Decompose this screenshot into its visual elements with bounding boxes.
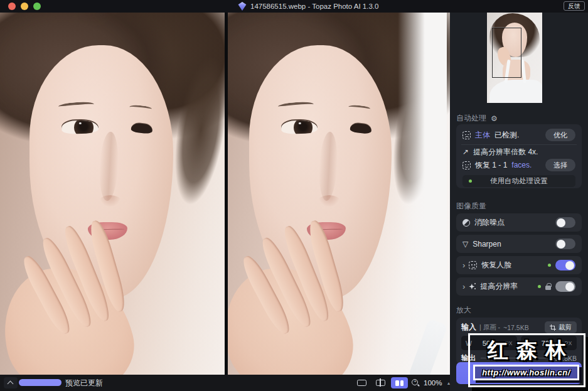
crop-button[interactable]: 裁剪 — [545, 321, 577, 333]
crop-icon — [550, 324, 555, 330]
after-photo — [228, 13, 442, 375]
face-detect-icon — [462, 161, 471, 169]
split-view-icon — [376, 380, 385, 386]
gear-icon[interactable]: ⚙ — [491, 114, 498, 123]
recover-faces-icon — [469, 261, 477, 269]
watermark-url: http://www.hoslin.cn/ — [482, 368, 570, 377]
enlarge-header: 放大 — [456, 305, 471, 316]
denoise-toggle[interactable] — [555, 217, 575, 228]
sharpen-icon: ▽ — [462, 240, 468, 248]
select-faces-button[interactable]: 选择 — [545, 159, 575, 171]
input-size: ~17.5KB — [503, 324, 529, 331]
subject-link[interactable]: 主体 — [475, 130, 490, 141]
bottom-toolbar: 预览已更新 + 100% ▲ — [0, 375, 450, 391]
zoom-level[interactable]: 100% — [424, 379, 442, 387]
feedback-button[interactable]: 反馈 — [564, 1, 585, 11]
split-view-button[interactable] — [372, 377, 389, 388]
watermark-title: 红森林 — [470, 336, 584, 365]
status-dot — [538, 285, 541, 288]
background — [398, 13, 447, 375]
before-image-panel[interactable] — [0, 13, 225, 375]
view-mode-group — [353, 377, 408, 388]
denoise-icon — [462, 219, 470, 227]
recover-faces-toggle[interactable] — [555, 260, 575, 270]
navigation-thumbnail[interactable] — [487, 13, 542, 103]
preview-viewer — [0, 13, 450, 375]
window-title: 147586515.webp - Topaz Photo AI 1.3.0 — [250, 0, 378, 13]
upscale-label: 提高分辨率 — [480, 281, 518, 292]
maximize-window-button[interactable] — [33, 3, 41, 10]
faces-count: 恢复 1 - 1 — [475, 160, 507, 171]
status-dot — [548, 264, 551, 267]
input-row: 输入 | 原画 - ~17.5KB 裁剪 — [461, 321, 577, 333]
subject-status: 已检测. — [494, 130, 519, 141]
optimize-button[interactable]: 优化 — [545, 129, 575, 141]
single-view-icon — [357, 380, 366, 386]
chevron-right-icon[interactable]: › — [462, 282, 465, 291]
sharpen-toggle[interactable] — [555, 238, 575, 249]
status-dot — [469, 179, 472, 183]
subject-detect-icon — [462, 131, 471, 139]
side-by-side-view-button[interactable] — [391, 377, 408, 388]
input-label: 输入 — [461, 322, 476, 333]
quality-header: 图像质量 — [456, 201, 486, 212]
after-image-panel[interactable] — [228, 13, 450, 375]
single-view-button[interactable] — [353, 377, 370, 388]
recover-faces-label: 恢复人脸 — [481, 260, 511, 270]
upscale-arrow-icon: ↗ — [462, 148, 469, 156]
zoom-dropdown-caret-icon[interactable]: ▲ — [446, 381, 451, 385]
input-meta: | 原画 - — [479, 323, 500, 332]
autopilot-card: 主体 已检测. 优化 ↗ 提高分辨率倍数 4x. 恢复 1 - 1 faces.… — [456, 124, 582, 188]
titlebar: 147586515.webp - Topaz Photo AI 1.3.0 反馈 — [0, 0, 588, 13]
preview-status: 预览已更新 — [65, 375, 103, 391]
watermark-frame: 红森林 http://www.hoslin.cn/ — [468, 333, 585, 387]
recover-faces-row[interactable]: › 恢复人脸 — [456, 256, 582, 274]
chevron-right-icon[interactable]: › — [462, 261, 465, 269]
faces-link[interactable]: faces. — [511, 161, 532, 169]
upscale-factor-row: ↗ 提高分辨率倍数 4x. — [462, 147, 575, 157]
denoise-row[interactable]: 消除噪点 — [456, 213, 582, 232]
lock-icon — [545, 286, 551, 290]
viewport-selection-box[interactable] — [492, 28, 521, 78]
thumb-clothing — [489, 80, 542, 103]
autopilot-header: 自动处理 ⚙ — [456, 113, 498, 124]
zoom-control: + 100% ▲ — [412, 375, 451, 391]
preview-progress-bar — [19, 379, 61, 386]
nose-tip — [318, 195, 340, 206]
upscale-toggle[interactable] — [555, 281, 575, 292]
magnifier-icon[interactable]: + — [412, 379, 419, 387]
apply-autopilot-button[interactable]: 使用自动处理设置 — [462, 175, 575, 187]
chevron-up-icon — [8, 381, 14, 387]
collapse-panel-button[interactable] — [4, 377, 18, 388]
nose-tip — [99, 195, 122, 206]
upscale-sparkle-icon — [469, 283, 476, 290]
sharpen-row[interactable]: ▽ Sharpen — [456, 235, 582, 253]
upscale-row[interactable]: › 提高分辨率 — [456, 277, 582, 296]
faces-row: 恢复 1 - 1 faces. 选择 — [462, 159, 575, 171]
topaz-app-icon — [238, 2, 247, 11]
before-photo — [0, 13, 225, 375]
subject-row: 主体 已检测. 优化 — [462, 128, 575, 142]
upscale-factor-text: 提高分辨率倍数 4x. — [473, 147, 538, 158]
side-by-side-icon — [400, 380, 404, 386]
divider — [461, 144, 577, 145]
denoise-label: 消除噪点 — [474, 217, 505, 228]
sharpen-label: Sharpen — [473, 240, 501, 249]
minimize-window-button[interactable] — [21, 3, 28, 10]
app-window: 147586515.webp - Topaz Photo AI 1.3.0 反馈 — [0, 0, 588, 391]
watermark-url-box: http://www.hoslin.cn/ — [473, 365, 579, 380]
side-by-side-icon — [395, 380, 399, 386]
window-controls — [8, 3, 41, 10]
close-window-button[interactable] — [8, 3, 16, 10]
